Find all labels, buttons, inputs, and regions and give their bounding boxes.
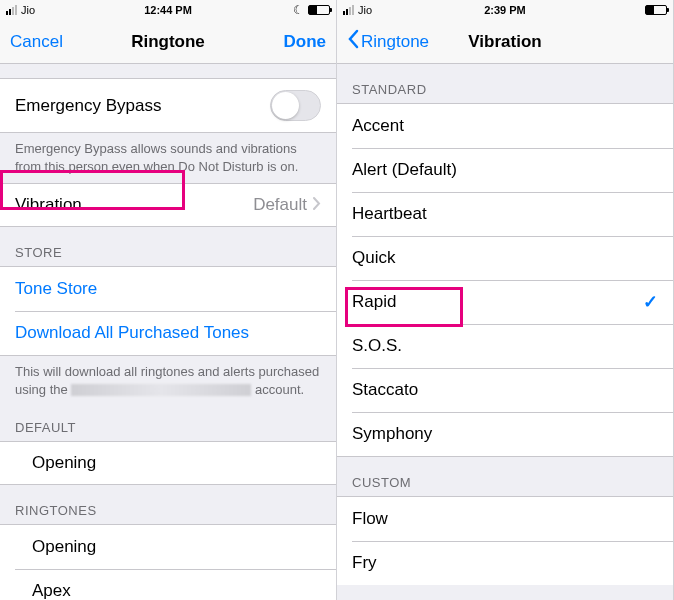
default-ringtone-row[interactable]: Opening <box>0 441 336 485</box>
vibration-option[interactable]: Alert (Default) <box>337 148 673 192</box>
back-button[interactable]: Ringtone <box>347 29 429 54</box>
tone-store-row[interactable]: Tone Store <box>0 267 336 311</box>
nav-bar: Ringtone Vibration <box>337 20 673 64</box>
screen-vibration: Jio 2:39 PM Ringtone Vibration STANDARD … <box>337 0 674 600</box>
standard-group: Accent Alert (Default) Heartbeat Quick R… <box>337 103 673 457</box>
status-bar: Jio 12:44 PM ☾ <box>0 0 336 20</box>
store-header: STORE <box>0 227 336 266</box>
ringtones-header: RINGTONES <box>0 485 336 524</box>
emergency-bypass-footer: Emergency Bypass allows sounds and vibra… <box>0 133 336 183</box>
screen-ringtone: Jio 12:44 PM ☾ Cancel Ringtone Done Emer… <box>0 0 337 600</box>
content: Emergency Bypass Emergency Bypass allows… <box>0 64 336 600</box>
vibration-option[interactable]: Accent <box>337 104 673 148</box>
redacted-account <box>71 384 251 396</box>
store-footer: This will download all ringtones and ale… <box>0 356 336 406</box>
status-time: 2:39 PM <box>337 4 673 16</box>
checkmark-icon: ✓ <box>643 291 658 313</box>
chevron-right-icon <box>313 195 321 215</box>
battery-icon <box>308 5 330 15</box>
ringtone-row[interactable]: Apex <box>0 569 336 600</box>
emergency-bypass-toggle[interactable] <box>270 90 321 121</box>
standard-header: STANDARD <box>337 64 673 103</box>
download-tones-row[interactable]: Download All Purchased Tones <box>0 311 336 355</box>
vibration-value: Default <box>253 195 307 215</box>
chevron-left-icon <box>347 29 359 54</box>
default-header: DEFAULT <box>0 406 336 441</box>
content: STANDARD Accent Alert (Default) Heartbea… <box>337 64 673 600</box>
custom-header: CUSTOM <box>337 457 673 496</box>
vibration-option[interactable]: Fry <box>337 541 673 585</box>
done-button[interactable]: Done <box>284 32 327 52</box>
vibration-option[interactable]: Staccato <box>337 368 673 412</box>
vibration-option[interactable]: Symphony <box>337 412 673 456</box>
vibration-option[interactable]: Quick <box>337 236 673 280</box>
status-bar: Jio 2:39 PM <box>337 0 673 20</box>
vibration-option[interactable]: Heartbeat <box>337 192 673 236</box>
emergency-bypass-label: Emergency Bypass <box>15 96 161 116</box>
vibration-label: Vibration <box>15 195 82 215</box>
ringtone-row[interactable]: Opening <box>0 525 336 569</box>
vibration-option[interactable]: S.O.S. <box>337 324 673 368</box>
cancel-button[interactable]: Cancel <box>10 32 63 52</box>
vibration-option-selected[interactable]: Rapid ✓ <box>337 280 673 324</box>
vibration-option[interactable]: Flow <box>337 497 673 541</box>
vibration-row[interactable]: Vibration Default <box>0 183 336 227</box>
back-label: Ringtone <box>361 32 429 52</box>
battery-icon <box>645 5 667 15</box>
status-time: 12:44 PM <box>0 4 336 16</box>
emergency-bypass-row[interactable]: Emergency Bypass <box>0 78 336 133</box>
nav-bar: Cancel Ringtone Done <box>0 20 336 64</box>
